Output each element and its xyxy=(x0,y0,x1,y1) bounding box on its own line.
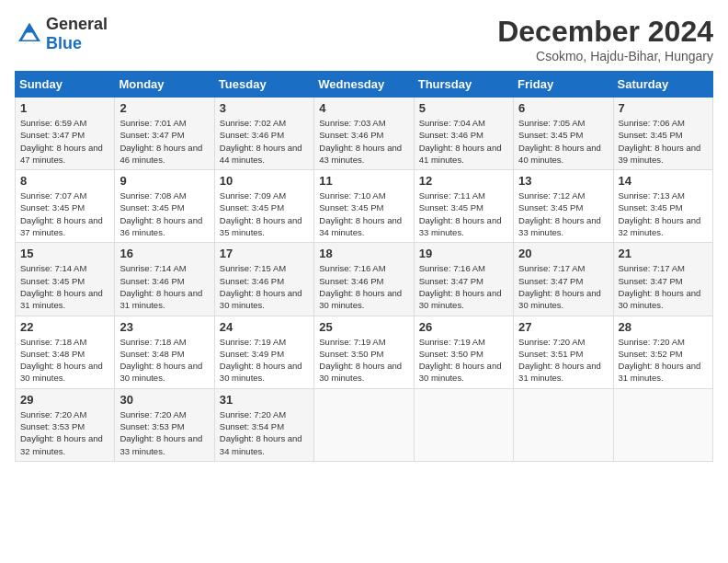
day-number: 28 xyxy=(619,320,708,334)
day-number: 10 xyxy=(220,174,309,188)
calendar-cell: 25Sunrise: 7:19 AMSunset: 3:50 PMDayligh… xyxy=(314,316,414,388)
day-number: 25 xyxy=(319,320,408,334)
month-title: December 2024 xyxy=(497,15,713,49)
calendar-cell: 7Sunrise: 7:06 AMSunset: 3:45 PMDaylight… xyxy=(613,98,712,170)
calendar-cell: 16Sunrise: 7:14 AMSunset: 3:46 PMDayligh… xyxy=(115,243,214,316)
day-info: Sunrise: 7:20 AMSunset: 3:52 PMDaylight:… xyxy=(619,336,708,385)
logo: General Blue xyxy=(15,15,108,53)
day-info: Sunrise: 7:14 AMSunset: 3:45 PMDaylight:… xyxy=(20,262,109,311)
calendar-cell: 24Sunrise: 7:19 AMSunset: 3:49 PMDayligh… xyxy=(214,316,313,388)
calendar-cell: 22Sunrise: 7:18 AMSunset: 3:48 PMDayligh… xyxy=(16,316,115,388)
day-info: Sunrise: 7:03 AMSunset: 3:46 PMDaylight:… xyxy=(319,117,408,166)
day-info: Sunrise: 7:09 AMSunset: 3:45 PMDaylight:… xyxy=(220,190,309,238)
calendar-cell xyxy=(514,388,613,461)
day-number: 11 xyxy=(319,174,408,188)
calendar-week-row: 15Sunrise: 7:14 AMSunset: 3:45 PMDayligh… xyxy=(16,243,713,316)
day-number: 24 xyxy=(220,320,309,334)
calendar-cell: 12Sunrise: 7:11 AMSunset: 3:45 PMDayligh… xyxy=(414,170,513,243)
day-info: Sunrise: 6:59 AMSunset: 3:47 PMDaylight:… xyxy=(20,117,109,166)
day-info: Sunrise: 7:05 AMSunset: 3:45 PMDaylight:… xyxy=(518,117,608,166)
calendar-week-row: 8Sunrise: 7:07 AMSunset: 3:45 PMDaylight… xyxy=(16,170,713,243)
column-header-monday: Monday xyxy=(115,72,214,98)
calendar-week-row: 1Sunrise: 6:59 AMSunset: 3:47 PMDaylight… xyxy=(16,98,713,170)
day-info: Sunrise: 7:17 AMSunset: 3:47 PMDaylight:… xyxy=(518,262,608,311)
calendar-cell: 21Sunrise: 7:17 AMSunset: 3:47 PMDayligh… xyxy=(613,243,712,316)
calendar-cell: 19Sunrise: 7:16 AMSunset: 3:47 PMDayligh… xyxy=(414,243,513,316)
day-info: Sunrise: 7:20 AMSunset: 3:54 PMDaylight:… xyxy=(220,408,309,457)
day-info: Sunrise: 7:20 AMSunset: 3:53 PMDaylight:… xyxy=(119,408,209,457)
day-number: 9 xyxy=(119,174,209,188)
day-number: 27 xyxy=(518,320,608,334)
day-info: Sunrise: 7:13 AMSunset: 3:45 PMDaylight:… xyxy=(619,190,708,238)
page-header: General Blue December 2024 Csokmo, Hajdu… xyxy=(15,15,713,63)
column-header-wednesday: Wednesday xyxy=(314,72,414,98)
calendar-cell: 1Sunrise: 6:59 AMSunset: 3:47 PMDaylight… xyxy=(16,98,115,170)
day-info: Sunrise: 7:14 AMSunset: 3:46 PMDaylight:… xyxy=(119,262,209,311)
day-number: 26 xyxy=(419,320,508,334)
day-number: 1 xyxy=(20,101,109,115)
day-info: Sunrise: 7:04 AMSunset: 3:46 PMDaylight:… xyxy=(419,117,508,166)
calendar-week-row: 29Sunrise: 7:20 AMSunset: 3:53 PMDayligh… xyxy=(16,388,713,461)
day-info: Sunrise: 7:19 AMSunset: 3:50 PMDaylight:… xyxy=(319,336,408,385)
calendar-cell xyxy=(414,388,513,461)
day-number: 22 xyxy=(20,320,109,334)
column-header-sunday: Sunday xyxy=(16,72,115,98)
day-info: Sunrise: 7:11 AMSunset: 3:45 PMDaylight:… xyxy=(419,190,508,238)
day-info: Sunrise: 7:16 AMSunset: 3:46 PMDaylight:… xyxy=(319,262,408,311)
calendar-cell: 6Sunrise: 7:05 AMSunset: 3:45 PMDaylight… xyxy=(514,98,613,170)
calendar-cell: 2Sunrise: 7:01 AMSunset: 3:47 PMDaylight… xyxy=(115,98,214,170)
logo-blue-text: Blue xyxy=(46,34,82,52)
day-number: 30 xyxy=(119,393,209,407)
day-number: 31 xyxy=(220,393,309,407)
day-number: 16 xyxy=(119,247,209,260)
day-number: 12 xyxy=(419,174,508,188)
column-header-saturday: Saturday xyxy=(613,72,712,98)
day-number: 6 xyxy=(518,101,608,115)
day-info: Sunrise: 7:20 AMSunset: 3:51 PMDaylight:… xyxy=(518,336,608,385)
calendar-cell: 31Sunrise: 7:20 AMSunset: 3:54 PMDayligh… xyxy=(214,388,313,461)
calendar-cell: 9Sunrise: 7:08 AMSunset: 3:45 PMDaylight… xyxy=(115,170,214,243)
day-info: Sunrise: 7:06 AMSunset: 3:45 PMDaylight:… xyxy=(619,117,708,166)
day-number: 21 xyxy=(619,247,708,260)
day-info: Sunrise: 7:10 AMSunset: 3:45 PMDaylight:… xyxy=(319,190,408,238)
calendar-cell: 11Sunrise: 7:10 AMSunset: 3:45 PMDayligh… xyxy=(314,170,414,243)
day-info: Sunrise: 7:02 AMSunset: 3:46 PMDaylight:… xyxy=(220,117,309,166)
calendar-cell: 5Sunrise: 7:04 AMSunset: 3:46 PMDaylight… xyxy=(414,98,513,170)
day-info: Sunrise: 7:15 AMSunset: 3:46 PMDaylight:… xyxy=(220,262,309,311)
calendar-cell: 10Sunrise: 7:09 AMSunset: 3:45 PMDayligh… xyxy=(214,170,313,243)
svg-marker-2 xyxy=(24,23,36,32)
day-info: Sunrise: 7:17 AMSunset: 3:47 PMDaylight:… xyxy=(619,262,708,311)
column-header-thursday: Thursday xyxy=(414,72,513,98)
day-number: 4 xyxy=(319,101,408,115)
calendar-cell: 28Sunrise: 7:20 AMSunset: 3:52 PMDayligh… xyxy=(613,316,712,388)
calendar-table: SundayMondayTuesdayWednesdayThursdayFrid… xyxy=(15,71,713,462)
calendar-cell: 30Sunrise: 7:20 AMSunset: 3:53 PMDayligh… xyxy=(115,388,214,461)
calendar-cell: 13Sunrise: 7:12 AMSunset: 3:45 PMDayligh… xyxy=(514,170,613,243)
day-number: 3 xyxy=(220,101,309,115)
calendar-cell: 18Sunrise: 7:16 AMSunset: 3:46 PMDayligh… xyxy=(314,243,414,316)
logo-icon xyxy=(15,19,44,49)
calendar-cell: 4Sunrise: 7:03 AMSunset: 3:46 PMDaylight… xyxy=(314,98,414,170)
logo-general-text: General xyxy=(46,15,108,33)
calendar-header-row: SundayMondayTuesdayWednesdayThursdayFrid… xyxy=(16,72,713,98)
calendar-cell: 27Sunrise: 7:20 AMSunset: 3:51 PMDayligh… xyxy=(514,316,613,388)
day-info: Sunrise: 7:08 AMSunset: 3:45 PMDaylight:… xyxy=(119,190,209,238)
location-subtitle: Csokmo, Hajdu-Bihar, Hungary xyxy=(497,49,713,63)
day-number: 8 xyxy=(20,174,109,188)
day-info: Sunrise: 7:19 AMSunset: 3:50 PMDaylight:… xyxy=(419,336,508,385)
calendar-cell: 29Sunrise: 7:20 AMSunset: 3:53 PMDayligh… xyxy=(16,388,115,461)
calendar-cell: 17Sunrise: 7:15 AMSunset: 3:46 PMDayligh… xyxy=(214,243,313,316)
day-info: Sunrise: 7:18 AMSunset: 3:48 PMDaylight:… xyxy=(119,336,209,385)
day-number: 29 xyxy=(20,393,109,407)
day-info: Sunrise: 7:01 AMSunset: 3:47 PMDaylight:… xyxy=(119,117,209,166)
day-number: 7 xyxy=(619,101,708,115)
day-number: 18 xyxy=(319,247,408,260)
day-number: 5 xyxy=(419,101,508,115)
calendar-cell: 15Sunrise: 7:14 AMSunset: 3:45 PMDayligh… xyxy=(16,243,115,316)
calendar-cell xyxy=(613,388,712,461)
day-number: 15 xyxy=(20,247,109,260)
day-info: Sunrise: 7:12 AMSunset: 3:45 PMDaylight:… xyxy=(518,190,608,238)
calendar-cell: 20Sunrise: 7:17 AMSunset: 3:47 PMDayligh… xyxy=(514,243,613,316)
day-number: 2 xyxy=(119,101,209,115)
calendar-week-row: 22Sunrise: 7:18 AMSunset: 3:48 PMDayligh… xyxy=(16,316,713,388)
